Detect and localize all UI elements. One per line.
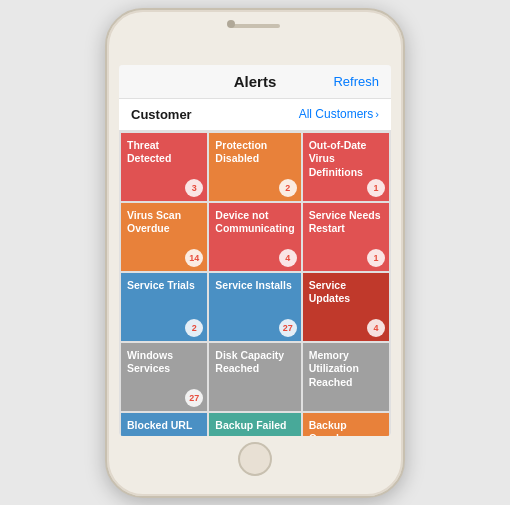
alert-cell-virus-scan-overdue[interactable]: Virus Scan Overdue14 — [121, 203, 207, 271]
alert-cell-backup-failed[interactable]: Backup Failed — [209, 413, 300, 436]
alert-label-service-updates: Service Updates — [309, 279, 383, 306]
alert-label-blocked-url: Blocked URL — [127, 419, 201, 433]
alert-cell-out-of-date-virus[interactable]: Out-of-Date Virus Definitions1 — [303, 133, 389, 201]
phone-wrapper: Alerts Refresh Customer All Customers › … — [0, 0, 510, 505]
alert-cell-backup-overdue[interactable]: Backup Overdue7 — [303, 413, 389, 436]
alert-cell-device-not-communicating[interactable]: Device not Communicating4 — [209, 203, 300, 271]
alert-cell-windows-services[interactable]: Windows Services27 — [121, 343, 207, 411]
customer-label: Customer — [131, 107, 192, 122]
chevron-icon: › — [375, 108, 379, 120]
alert-label-memory-utilization-reached: Memory Utilization Reached — [309, 349, 383, 390]
alert-label-virus-scan-overdue: Virus Scan Overdue — [127, 209, 201, 236]
alert-label-threat-detected: Threat Detected — [127, 139, 201, 166]
phone-screen: Alerts Refresh Customer All Customers › … — [119, 65, 391, 436]
alert-cell-threat-detected[interactable]: Threat Detected3 — [121, 133, 207, 201]
screen-title: Alerts — [234, 73, 277, 90]
camera-icon — [227, 20, 235, 28]
alert-label-disk-capacity-reached: Disk Capacity Reached — [215, 349, 294, 376]
alert-label-backup-overdue: Backup Overdue — [309, 419, 383, 436]
alert-cell-memory-utilization-reached[interactable]: Memory Utilization Reached — [303, 343, 389, 411]
alert-label-backup-failed: Backup Failed — [215, 419, 294, 433]
alert-badge-service-installs: 27 — [279, 319, 297, 337]
alert-cell-blocked-url[interactable]: Blocked URL13 — [121, 413, 207, 436]
alert-badge-service-needs-restart: 1 — [367, 249, 385, 267]
customer-value-group: All Customers › — [299, 107, 379, 121]
alert-badge-windows-services: 27 — [185, 389, 203, 407]
alert-badge-virus-scan-overdue: 14 — [185, 249, 203, 267]
alert-badge-out-of-date-virus: 1 — [367, 179, 385, 197]
alert-cell-service-trials[interactable]: Service Trials2 — [121, 273, 207, 341]
alert-badge-service-updates: 4 — [367, 319, 385, 337]
alert-label-service-installs: Service Installs — [215, 279, 294, 293]
alert-badge-threat-detected: 3 — [185, 179, 203, 197]
alert-label-device-not-communicating: Device not Communicating — [215, 209, 294, 236]
alert-label-service-trials: Service Trials — [127, 279, 201, 293]
alert-badge-protection-disabled: 2 — [279, 179, 297, 197]
alert-label-service-needs-restart: Service Needs Restart — [309, 209, 383, 236]
alert-cell-service-installs[interactable]: Service Installs27 — [209, 273, 300, 341]
alerts-grid: Threat Detected3Protection Disabled2Out-… — [119, 131, 391, 436]
phone-device: Alerts Refresh Customer All Customers › … — [105, 8, 405, 498]
alert-label-windows-services: Windows Services — [127, 349, 201, 376]
alert-cell-protection-disabled[interactable]: Protection Disabled2 — [209, 133, 300, 201]
alert-cell-service-needs-restart[interactable]: Service Needs Restart1 — [303, 203, 389, 271]
screen-header: Alerts Refresh — [119, 65, 391, 99]
alert-badge-service-trials: 2 — [185, 319, 203, 337]
alert-cell-service-updates[interactable]: Service Updates4 — [303, 273, 389, 341]
home-button[interactable] — [238, 442, 272, 476]
alert-label-out-of-date-virus: Out-of-Date Virus Definitions — [309, 139, 383, 180]
alert-cell-disk-capacity-reached[interactable]: Disk Capacity Reached — [209, 343, 300, 411]
customer-value-text: All Customers — [299, 107, 374, 121]
customer-row[interactable]: Customer All Customers › — [119, 99, 391, 131]
alert-label-protection-disabled: Protection Disabled — [215, 139, 294, 166]
alert-badge-device-not-communicating: 4 — [279, 249, 297, 267]
refresh-button[interactable]: Refresh — [333, 74, 379, 89]
